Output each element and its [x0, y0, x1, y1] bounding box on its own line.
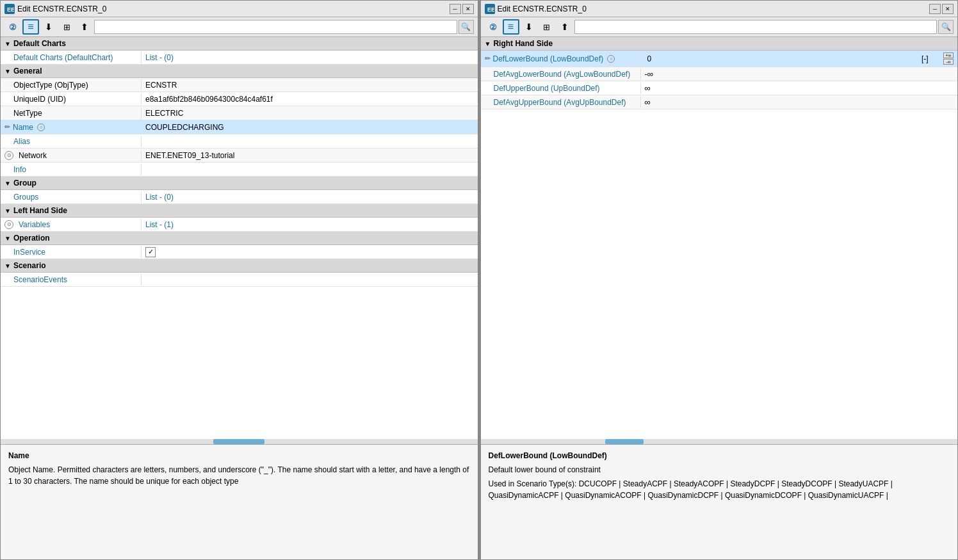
prop-row-defavglowerbound: DefAvgLowerBound (AvgLowBoundDef) -∞: [481, 67, 958, 81]
prop-label-alias: Alias: [13, 137, 30, 146]
section-default-charts[interactable]: ▼ Default Charts: [1, 37, 478, 51]
prop-value-deflowerbound[interactable]: [-] +∞ -∞: [641, 51, 958, 66]
left-toolbar-btn4[interactable]: ⊞: [58, 19, 75, 35]
right-info-subtitle: Default lower bound of constraint: [489, 464, 950, 476]
section-operation[interactable]: ▼ Operation: [1, 232, 478, 245]
left-search-button[interactable]: 🔍: [459, 20, 474, 34]
left-close-button[interactable]: ✕: [462, 4, 474, 14]
prop-name-uid: UniqueID (UID): [1, 93, 142, 105]
prop-label-variables: Variables: [19, 220, 50, 229]
left-info-panel: Name Object Name. Permitted characters a…: [1, 444, 478, 559]
deflowerbound-input[interactable]: [645, 53, 920, 65]
prop-value-objtype: ECNSTR: [142, 79, 478, 91]
right-toolbar-btn1[interactable]: ②: [485, 19, 501, 35]
prop-label-uid: UniqueID (UID): [13, 95, 66, 104]
section-lhs-label: Left Hand Side: [13, 206, 67, 215]
chevron-general: ▼: [4, 68, 11, 75]
deflowerbound-down[interactable]: -∞: [943, 59, 954, 65]
right-toolbar: ② ≡ ⬇ ⊞ ⬆ 🔍: [481, 17, 958, 37]
right-close-button[interactable]: ✕: [942, 4, 954, 14]
prop-row-groups: Groups List - (0): [1, 190, 478, 204]
right-panel-title: Edit ECNSTR.ECNSTR_0: [498, 4, 927, 13]
prop-value-alias: [142, 140, 478, 143]
section-group[interactable]: ▼ Group: [1, 177, 478, 190]
prop-value-defavgupperbound: ∞: [641, 96, 958, 108]
prop-row-name: ✏ Name ○: [1, 120, 478, 134]
prop-name-defaultchart: Default Charts (DefaultChart): [1, 52, 142, 63]
right-toolbar-btn5[interactable]: ⬆: [556, 19, 573, 35]
chevron-scenario: ▼: [4, 262, 11, 269]
prop-value-defavglowerbound: -∞: [641, 68, 958, 80]
prop-value-nettype: ELECTRIC: [142, 108, 478, 119]
right-info-panel: DefLowerBound (LowBoundDef) Default lowe…: [481, 444, 958, 559]
prop-label-defavglowerbound: DefAvgLowerBound (AvgLowBoundDef): [494, 70, 631, 79]
prop-name-scenario-events: ScenarioEvents: [1, 274, 142, 285]
right-scrollbar-thumb: [605, 439, 644, 444]
prop-label-scenario-events: ScenarioEvents: [13, 275, 67, 284]
deflowerbound-up[interactable]: +∞: [943, 52, 954, 58]
prop-row-inservice: InService ✓: [1, 245, 478, 259]
name-input[interactable]: [145, 123, 474, 132]
left-minimize-button[interactable]: ─: [450, 4, 461, 14]
right-scrollbar[interactable]: [481, 439, 958, 444]
prop-name-deflowerbound: ✏ DefLowerBound (LowBoundDef) ○: [481, 53, 641, 65]
network-expand-icon: ⊙: [4, 151, 13, 160]
circle-icon-deflowerbound: ○: [607, 55, 615, 63]
prop-label-deflowerbound: DefLowerBound (LowBoundDef): [493, 54, 604, 63]
right-search-button[interactable]: 🔍: [938, 20, 954, 34]
prop-row-defaultchart: Default Charts (DefaultChart) List - (0): [1, 51, 478, 65]
prop-row-info: Info: [1, 163, 478, 177]
prop-row-scenario-events: ScenarioEvents: [1, 273, 478, 287]
right-search-input[interactable]: [574, 20, 938, 34]
left-toolbar: ② ≡ ⬇ ⊞ ⬆ 🔍: [1, 17, 478, 37]
left-toolbar-btn3[interactable]: ⬇: [40, 19, 57, 35]
left-toolbar-btn1[interactable]: ②: [4, 19, 21, 35]
section-rhs-label: Right Hand Side: [493, 39, 553, 48]
section-general[interactable]: ▼ General: [1, 65, 478, 78]
left-properties-area[interactable]: ▼ Default Charts Default Charts (Default…: [1, 37, 478, 439]
prop-value-uid: e8a1af6bf2b846b0964300c84c4af61f: [142, 93, 478, 105]
chevron-operation: ▼: [4, 235, 11, 242]
svg-text:EE: EE: [7, 6, 14, 13]
left-panel-title: Edit ECNSTR.ECNSTR_0: [17, 4, 447, 13]
prop-value-scenario-events: [142, 278, 478, 281]
left-title-icon: EE: [4, 4, 15, 14]
prop-row-variables: ⊙ Variables List - (1): [1, 218, 478, 232]
prop-value-defupperbound: ∞: [641, 82, 958, 94]
right-toolbar-btn3[interactable]: ⬇: [521, 19, 537, 35]
chevron-rhs: ▼: [485, 40, 491, 47]
prop-value-name[interactable]: [142, 122, 478, 133]
right-panel: EE Edit ECNSTR.ECNSTR_0 ─ ✕ ② ≡ ⬇ ⊞ ⬆ 🔍 …: [480, 0, 959, 560]
prop-row-nettype: NetType ELECTRIC: [1, 106, 478, 120]
right-minimize-button[interactable]: ─: [929, 4, 941, 14]
prop-name-info: Info: [1, 164, 142, 175]
prop-name-inservice: InService: [1, 246, 142, 258]
chevron-lhs: ▼: [4, 207, 11, 214]
inservice-checkbox[interactable]: ✓: [145, 247, 156, 257]
section-rhs[interactable]: ▼ Right Hand Side: [481, 37, 958, 51]
chevron-default-charts: ▼: [4, 40, 11, 47]
prop-value-groups: List - (0): [142, 191, 478, 203]
right-toolbar-btn4[interactable]: ⊞: [539, 19, 555, 35]
prop-row-deflowerbound: ✏ DefLowerBound (LowBoundDef) ○ [-] +∞ -…: [481, 51, 958, 67]
prop-label-name: Name: [13, 123, 33, 132]
right-title-bar: EE Edit ECNSTR.ECNSTR_0 ─ ✕: [481, 1, 958, 17]
prop-label-defupperbound: DefUpperBound (UpBoundDef): [494, 84, 600, 93]
svg-text:EE: EE: [487, 6, 494, 13]
left-scrollbar[interactable]: [1, 439, 478, 444]
right-properties-area[interactable]: ▼ Right Hand Side ✏ DefLowerBound (LowBo…: [481, 37, 958, 439]
section-scenario[interactable]: ▼ Scenario: [1, 259, 478, 273]
right-scrollbar-track: [482, 439, 957, 444]
right-toolbar-btn2[interactable]: ≡: [503, 19, 519, 35]
prop-row-network: ⊙ Network ENET.ENET09_13-tutorial: [1, 148, 478, 163]
prop-name-defupperbound: DefUpperBound (UpBoundDef): [481, 83, 641, 94]
left-toolbar-btn5[interactable]: ⬆: [76, 19, 93, 35]
left-toolbar-btn2[interactable]: ≡: [22, 19, 39, 35]
prop-name-variables: ⊙ Variables: [1, 219, 142, 230]
left-search-input[interactable]: [94, 20, 457, 34]
section-lhs[interactable]: ▼ Left Hand Side: [1, 204, 478, 218]
left-scrollbar-track: [2, 439, 476, 444]
prop-label-defaultchart: Default Charts (DefaultChart): [13, 53, 113, 62]
prop-row-defavgupperbound: DefAvgUpperBound (AvgUpBoundDef) ∞: [481, 95, 958, 109]
defupperbound-val: ∞: [645, 83, 651, 93]
